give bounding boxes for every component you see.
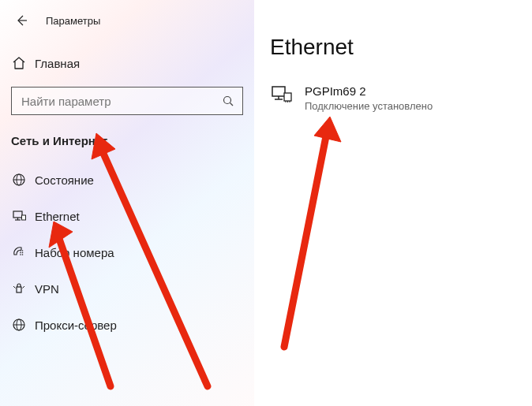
globe-icon bbox=[11, 173, 27, 187]
home-label: Главная bbox=[35, 57, 80, 70]
svg-rect-5 bbox=[13, 211, 22, 218]
svg-point-11 bbox=[20, 252, 21, 254]
svg-point-10 bbox=[22, 250, 24, 251]
nav-label: Прокси-сервер bbox=[35, 318, 117, 332]
phone-icon bbox=[11, 245, 27, 259]
app-title: Параметры bbox=[46, 15, 100, 27]
nav-label: Ethernet bbox=[35, 210, 80, 223]
svg-point-0 bbox=[224, 97, 231, 104]
sidebar-item-proxy[interactable]: Прокси-сервер bbox=[0, 307, 254, 343]
svg-line-1 bbox=[230, 103, 234, 106]
svg-point-14 bbox=[22, 254, 24, 255]
svg-rect-21 bbox=[272, 87, 285, 96]
svg-point-13 bbox=[20, 254, 21, 255]
svg-point-9 bbox=[20, 250, 21, 251]
page-title: Ethernet bbox=[270, 35, 532, 60]
main-panel: Ethernet PGPIm69 2 Подключение установле… bbox=[254, 0, 532, 406]
sidebar-item-home[interactable]: Главная bbox=[0, 52, 254, 74]
connection-name: PGPIm69 2 bbox=[305, 84, 433, 99]
nav-list: Состояние Ethernet bbox=[0, 162, 254, 343]
svg-rect-8 bbox=[22, 215, 26, 220]
section-header: Сеть и Интернет bbox=[11, 134, 254, 147]
sidebar-item-status[interactable]: Состояние bbox=[0, 162, 254, 198]
settings-window: Параметры Главная Сеть и Интернет bbox=[0, 0, 532, 406]
nav-label: VPN bbox=[35, 282, 59, 296]
sidebar-item-vpn[interactable]: VPN bbox=[0, 270, 254, 307]
title-row: Параметры bbox=[0, 11, 254, 30]
svg-rect-15 bbox=[17, 287, 21, 292]
sidebar-item-dialup[interactable]: Набор номера bbox=[0, 234, 254, 270]
ethernet-icon bbox=[11, 209, 27, 223]
vpn-icon bbox=[11, 281, 27, 296]
connection-text: PGPIm69 2 Подключение установлено bbox=[305, 84, 433, 114]
search-input[interactable] bbox=[20, 94, 220, 109]
ethernet-connection-item[interactable]: PGPIm69 2 Подключение установлено bbox=[270, 82, 532, 115]
svg-line-17 bbox=[23, 286, 25, 289]
sidebar-item-ethernet[interactable]: Ethernet bbox=[0, 198, 254, 234]
arrow-left-icon bbox=[15, 14, 28, 27]
proxy-icon bbox=[11, 318, 27, 332]
search-box[interactable] bbox=[11, 87, 243, 115]
svg-point-12 bbox=[22, 252, 24, 254]
svg-line-16 bbox=[13, 286, 16, 289]
search-icon bbox=[220, 95, 236, 107]
nav-label: Набор номера bbox=[35, 246, 114, 259]
back-button[interactable] bbox=[14, 13, 28, 28]
connection-icon bbox=[270, 84, 294, 104]
sidebar: Параметры Главная Сеть и Интернет bbox=[0, 0, 254, 406]
connection-status: Подключение установлено bbox=[305, 99, 433, 114]
nav-label: Состояние bbox=[35, 173, 94, 187]
svg-rect-24 bbox=[284, 93, 291, 101]
home-icon bbox=[11, 56, 27, 70]
